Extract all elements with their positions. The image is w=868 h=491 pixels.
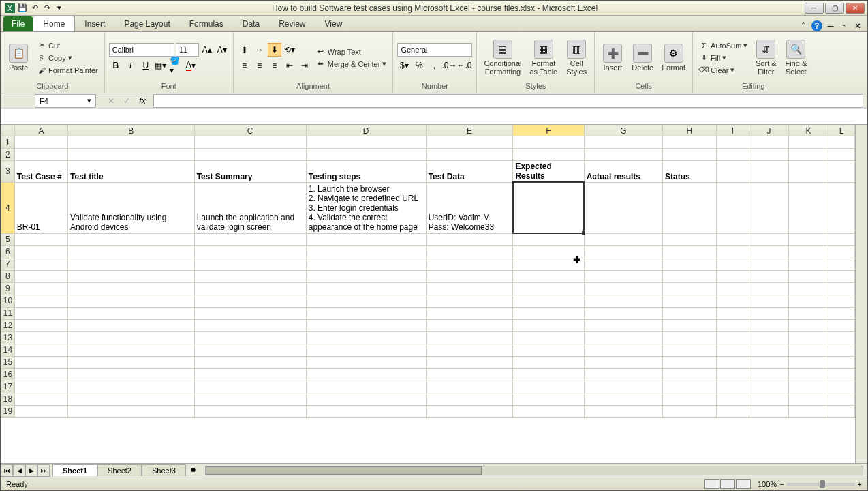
row-header-18[interactable]: 18 — [1, 393, 15, 405]
cell-A2[interactable] — [14, 149, 67, 161]
cell-A10[interactable] — [14, 295, 67, 307]
workbook-close-icon[interactable]: ✕ — [852, 20, 863, 31]
cell-H9[interactable] — [662, 282, 716, 295]
cell-E17[interactable] — [426, 381, 513, 393]
cell-G19[interactable] — [584, 405, 662, 417]
cell-L6[interactable] — [828, 246, 855, 258]
cell-J4[interactable] — [749, 182, 789, 233]
cell-E8[interactable] — [426, 270, 513, 282]
cell-G3[interactable]: Actual results — [584, 161, 662, 183]
cell-styles-button[interactable]: ▥Cell Styles — [563, 38, 590, 77]
cell-H12[interactable] — [662, 319, 716, 331]
cell-A17[interactable] — [14, 381, 67, 393]
fx-icon[interactable]: fx — [136, 94, 149, 108]
cell-D12[interactable] — [306, 319, 426, 331]
cell-B11[interactable] — [68, 307, 195, 319]
cell-C16[interactable] — [194, 368, 306, 381]
first-sheet-button[interactable]: ⏮ — [1, 464, 13, 477]
cell-D6[interactable] — [306, 246, 426, 258]
cell-I1[interactable] — [716, 136, 749, 149]
cell-F15[interactable] — [513, 356, 584, 368]
cell-E7[interactable] — [426, 258, 513, 270]
cell-K12[interactable] — [789, 319, 828, 331]
cell-L7[interactable] — [828, 258, 855, 270]
cell-J16[interactable] — [749, 368, 789, 381]
cell-I15[interactable] — [716, 356, 749, 368]
cell-H11[interactable] — [662, 307, 716, 319]
review-tab[interactable]: Review — [269, 16, 315, 31]
italic-button[interactable]: I — [124, 59, 138, 72]
column-header-L[interactable]: L — [828, 125, 855, 136]
decrease-indent-icon[interactable]: ⇤ — [283, 59, 296, 72]
home-tab[interactable]: Home — [33, 16, 75, 31]
cell-E18[interactable] — [426, 393, 513, 405]
undo-icon[interactable]: ↶ — [29, 3, 40, 14]
cell-J2[interactable] — [749, 149, 789, 161]
row-header-5[interactable]: 5 — [1, 233, 15, 246]
increase-font-icon[interactable]: A▴ — [200, 43, 214, 57]
select-all-corner[interactable] — [1, 125, 15, 136]
cell-G4[interactable] — [584, 182, 662, 233]
cell-G11[interactable] — [584, 307, 662, 319]
save-icon[interactable]: 💾 — [17, 3, 28, 14]
cell-D13[interactable] — [306, 331, 426, 344]
cell-F19[interactable] — [513, 405, 584, 417]
enter-formula-icon[interactable]: ✓ — [120, 94, 134, 108]
column-header-G[interactable]: G — [584, 125, 662, 136]
cell-L18[interactable] — [828, 393, 855, 405]
cell-L12[interactable] — [828, 319, 855, 331]
cell-C5[interactable] — [194, 233, 306, 246]
decrease-decimal-icon[interactable]: ←.0 — [457, 59, 471, 72]
cell-H10[interactable] — [662, 295, 716, 307]
align-top-icon[interactable]: ⬆ — [238, 43, 251, 57]
cell-J14[interactable] — [749, 344, 789, 356]
cell-J12[interactable] — [749, 319, 789, 331]
row-header-4[interactable]: 4 — [1, 182, 15, 233]
underline-button[interactable]: U — [139, 59, 153, 72]
row-header-19[interactable]: 19 — [1, 405, 15, 417]
cell-L9[interactable] — [828, 282, 855, 295]
cell-F12[interactable] — [513, 319, 584, 331]
cell-F3[interactable]: Expected Results — [513, 161, 584, 183]
insert-sheet-button[interactable]: ✸ — [186, 466, 201, 475]
cell-I10[interactable] — [716, 295, 749, 307]
cell-I9[interactable] — [716, 282, 749, 295]
conditional-formatting-button[interactable]: ▤Conditional Formatting — [481, 38, 524, 77]
row-header-16[interactable]: 16 — [1, 368, 15, 381]
percent-icon[interactable]: % — [412, 59, 426, 72]
cell-B16[interactable] — [68, 368, 195, 381]
cell-D19[interactable] — [306, 405, 426, 417]
cell-D8[interactable] — [306, 270, 426, 282]
cell-E19[interactable] — [426, 405, 513, 417]
cell-B15[interactable] — [68, 356, 195, 368]
cell-G5[interactable] — [584, 233, 662, 246]
cell-B9[interactable] — [68, 282, 195, 295]
cell-A12[interactable] — [14, 319, 67, 331]
cell-A1[interactable] — [14, 136, 67, 149]
cell-K3[interactable] — [789, 161, 828, 183]
cell-F9[interactable] — [513, 282, 584, 295]
cell-H8[interactable] — [662, 270, 716, 282]
cell-C2[interactable] — [194, 149, 306, 161]
align-right-icon[interactable]: ≡ — [268, 59, 281, 72]
row-header-11[interactable]: 11 — [1, 307, 15, 319]
cell-L8[interactable] — [828, 270, 855, 282]
column-header-A[interactable]: A — [14, 125, 67, 136]
cell-D15[interactable] — [306, 356, 426, 368]
minimize-button[interactable]: ─ — [805, 3, 824, 14]
row-header-10[interactable]: 10 — [1, 295, 15, 307]
row-header-8[interactable]: 8 — [1, 270, 15, 282]
cell-E5[interactable] — [426, 233, 513, 246]
cell-K11[interactable] — [789, 307, 828, 319]
cell-J19[interactable] — [749, 405, 789, 417]
redo-icon[interactable]: ↷ — [42, 3, 52, 14]
font-size-select[interactable] — [176, 43, 199, 57]
cell-H13[interactable] — [662, 331, 716, 344]
cell-F7[interactable] — [513, 258, 584, 270]
cell-I13[interactable] — [716, 331, 749, 344]
cell-H14[interactable] — [662, 344, 716, 356]
cell-E11[interactable] — [426, 307, 513, 319]
row-header-13[interactable]: 13 — [1, 331, 15, 344]
cell-B14[interactable] — [68, 344, 195, 356]
cell-L15[interactable] — [828, 356, 855, 368]
